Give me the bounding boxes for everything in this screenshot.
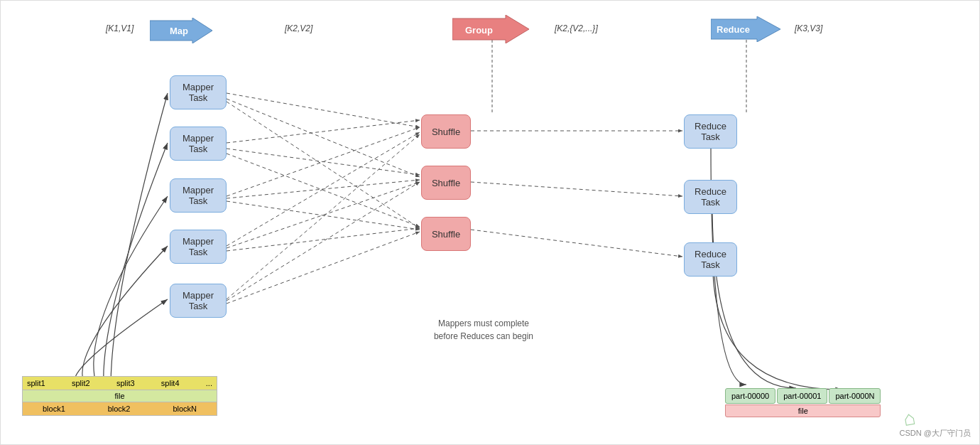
svg-line-9	[227, 132, 420, 246]
note-text: Mappers must complete before Reduces can…	[427, 317, 540, 343]
label-k3v3: [K3,V3]	[795, 23, 822, 33]
map-arrow: Map	[150, 18, 214, 46]
watermark: CSDN @大厂守门员	[900, 428, 971, 439]
shuffle-3: Shuffle	[421, 217, 471, 251]
reduce-task-1: ReduceTask	[684, 114, 737, 149]
output-part-1: part-00000	[725, 388, 775, 404]
mapper-task-2: MapperTask	[170, 127, 227, 161]
svg-text:Reduce: Reduce	[717, 24, 750, 35]
svg-text:Group: Group	[465, 25, 493, 36]
output-part-3: part-0000N	[829, 388, 881, 404]
reduce-arrow: Reduce	[711, 16, 782, 45]
label-k2v2dots: [K2,{V2,...}]	[555, 23, 598, 33]
svg-line-6	[227, 127, 420, 196]
output-part-2: part-00001	[777, 388, 827, 404]
mapper-task-5: MapperTask	[170, 284, 227, 318]
svg-text:Map: Map	[170, 26, 188, 36]
output-file-label: file	[725, 404, 881, 417]
svg-line-10	[227, 182, 420, 248]
svg-line-5	[227, 154, 420, 227]
file-label: file	[22, 390, 217, 402]
output-container: part-00000 part-00001 part-0000N file	[725, 388, 881, 417]
mapper-task-3: MapperTask	[170, 178, 227, 213]
svg-line-0	[227, 93, 420, 127]
label-k2v2: [K2,V2]	[285, 23, 312, 33]
shuffle-1: Shuffle	[421, 114, 471, 149]
svg-line-7	[227, 180, 420, 198]
reduce-task-2: ReduceTask	[684, 180, 737, 214]
shuffle-2: Shuffle	[421, 166, 471, 200]
svg-line-12	[227, 134, 420, 299]
group-arrow: Group	[452, 15, 530, 46]
file-blocks: block1 block2 blockN	[22, 402, 217, 416]
reduce-task-3: ReduceTask	[684, 242, 737, 277]
svg-line-14	[227, 232, 420, 304]
svg-line-3	[227, 120, 420, 143]
svg-line-8	[227, 201, 420, 230]
svg-line-11	[227, 228, 420, 251]
svg-line-17	[471, 230, 682, 257]
svg-line-16	[471, 182, 682, 196]
label-k1v1: [K1,V1]	[106, 23, 134, 33]
file-splits: split1 split2 split3 split4 ...	[22, 376, 217, 390]
mapper-task-1: Mapper Task	[170, 75, 227, 109]
svg-line-2	[227, 102, 420, 228]
svg-line-4	[227, 149, 420, 175]
output-parts: part-00000 part-00001 part-0000N	[725, 388, 881, 404]
diagram-container: [K1,V1] Map [K2,V2] Group [K2,{V2,...}] …	[0, 0, 980, 445]
mapper-task-4: MapperTask	[170, 230, 227, 264]
svg-line-13	[227, 182, 420, 301]
file-container: split1 split2 split3 split4 ... file blo…	[22, 376, 217, 416]
svg-line-1	[227, 99, 420, 177]
